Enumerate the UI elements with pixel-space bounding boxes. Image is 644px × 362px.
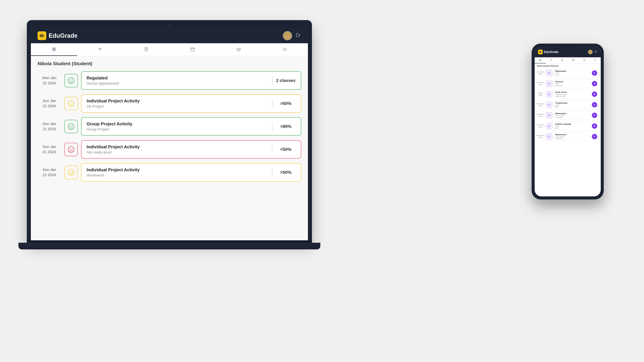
activity-icon-3 bbox=[64, 120, 78, 133]
app-logo: EduGrade bbox=[38, 31, 78, 40]
phone-divider-1 bbox=[590, 71, 591, 75]
phone-card-subtype-3: Semester work bbox=[555, 95, 589, 97]
phone-divider-2 bbox=[590, 81, 591, 86]
svg-rect-2 bbox=[43, 35, 44, 36]
phone-date-6: Sun Jan 21 2024 bbox=[536, 124, 545, 128]
card-value-3: >80% bbox=[276, 124, 296, 129]
activity-icon-2 bbox=[64, 97, 78, 110]
activity-date-1: Mon Jan22 2024 bbox=[38, 75, 61, 86]
phone-card-type-3: Individual Project bbox=[555, 94, 589, 95]
phone-card-subtype-7: Homework bbox=[555, 138, 589, 139]
tab-list[interactable] bbox=[262, 43, 308, 56]
svg-point-11 bbox=[68, 78, 74, 84]
phone-tab-list[interactable] bbox=[590, 57, 601, 63]
phone-card-5[interactable]: Mathematics Class Activity Homework C bbox=[554, 111, 599, 120]
svg-point-13 bbox=[72, 79, 72, 80]
svg-point-18 bbox=[70, 125, 70, 126]
phone-icon-7 bbox=[546, 134, 552, 140]
card-subtitle-3: Group Project bbox=[86, 127, 269, 132]
activity-icon-4 bbox=[64, 143, 78, 156]
phone-card-subtype-1: Event bbox=[555, 74, 589, 76]
phone-divider-4 bbox=[590, 102, 591, 107]
phone-card-subject-3: Study of Arts bbox=[555, 91, 589, 93]
card-subtitle-5: Homework bbox=[86, 173, 269, 177]
phone-card-subtype-2: Classwork bbox=[555, 85, 589, 86]
svg-point-23 bbox=[68, 169, 74, 175]
phone-tab-doc[interactable] bbox=[556, 57, 568, 63]
phone-card-6[interactable]: English Language Exam Math B bbox=[554, 121, 599, 130]
phone-tab-filter[interactable] bbox=[546, 57, 557, 63]
activity-card-4[interactable]: Individual Project Activity Not really g… bbox=[81, 140, 301, 159]
tab-activity[interactable] bbox=[31, 43, 77, 56]
phone-divider-6 bbox=[590, 124, 591, 128]
svg-point-34 bbox=[594, 60, 595, 61]
card-value-1: 2 classes bbox=[276, 78, 296, 83]
svg-point-5 bbox=[53, 48, 55, 50]
laptop-base bbox=[18, 243, 320, 249]
phone-row-7: Sun Jan 21 2024 Mathematics Class Activi… bbox=[536, 132, 599, 141]
activity-date-3: Sun Jan21 2024 bbox=[38, 121, 61, 132]
phone-card-2[interactable]: Sciences Other Classwork A bbox=[554, 79, 599, 88]
tab-graduation[interactable] bbox=[216, 43, 262, 56]
phone-card-4[interactable]: Programming Exam Math A bbox=[554, 100, 599, 109]
activity-card-1[interactable]: Regulated Doctor Appointment 2 classes bbox=[81, 71, 301, 90]
phone-card-3[interactable]: Study of Arts Individual Project Semeste… bbox=[554, 90, 599, 98]
phone-logout-icon[interactable] bbox=[594, 50, 598, 54]
card-title-5: Individual Project Activity bbox=[86, 167, 269, 172]
phone-date-4: Sun Jan 21 2024 bbox=[536, 103, 545, 107]
phone-device: EduGrade bbox=[532, 43, 604, 199]
phone-header-right bbox=[588, 50, 598, 54]
phone-icon-3 bbox=[546, 91, 552, 97]
activity-card-5[interactable]: Individual Project Activity Homework >50… bbox=[81, 163, 301, 182]
tab-document[interactable] bbox=[123, 43, 170, 56]
activity-card-3[interactable]: Group Project Activity Group Project >80… bbox=[81, 117, 301, 136]
svg-point-32 bbox=[594, 59, 595, 60]
card-subtitle-4: Not really good bbox=[86, 150, 269, 155]
phone-avatar[interactable] bbox=[588, 50, 593, 54]
svg-point-36 bbox=[548, 82, 550, 85]
card-divider-3 bbox=[272, 122, 272, 131]
tab-filter[interactable] bbox=[77, 43, 123, 56]
svg-point-4 bbox=[285, 36, 290, 39]
svg-point-12 bbox=[70, 79, 70, 80]
tab-calendar[interactable] bbox=[170, 43, 216, 56]
activity-card-2[interactable]: Individual Project Activity Ok Project >… bbox=[81, 94, 301, 113]
phone-divider-3 bbox=[590, 92, 591, 96]
app-name: EduGrade bbox=[49, 32, 78, 39]
svg-point-29 bbox=[540, 60, 540, 61]
header-avatar[interactable] bbox=[283, 31, 292, 40]
phone-card-subject-5: Mathematics bbox=[555, 112, 589, 115]
svg-point-14 bbox=[68, 100, 74, 107]
phone-card-1[interactable]: Mathematics Exam Event F bbox=[554, 68, 599, 77]
card-value-5: >50% bbox=[276, 170, 296, 175]
phone-row-5: Sun Jan 21 2024 Mathematics Class Activi… bbox=[536, 111, 599, 120]
phone-divider-7 bbox=[590, 134, 591, 139]
laptop-outer: EduGrade bbox=[27, 20, 312, 240]
phone-tab-grad[interactable] bbox=[579, 57, 590, 63]
card-info-2: Individual Project Activity Ok Project bbox=[86, 98, 269, 109]
card-value-4: <50% bbox=[276, 147, 296, 152]
phone-card-subtype-5: Homework bbox=[555, 117, 589, 118]
phone-tab-calendar[interactable] bbox=[568, 57, 579, 63]
card-divider-2 bbox=[272, 99, 272, 108]
activity-row-5: Sun Jan21 2024 Individual Projec bbox=[38, 163, 301, 182]
phone-divider-5 bbox=[590, 113, 591, 118]
phone-card-subtype-4: Math bbox=[555, 106, 589, 108]
phone-card-subject-4: Programming bbox=[555, 102, 589, 104]
svg-point-10 bbox=[283, 50, 284, 51]
phone-card-info-4: Programming Exam Math bbox=[555, 102, 589, 108]
card-info-3: Group Project Activity Group Project bbox=[86, 121, 269, 132]
svg-rect-28 bbox=[541, 52, 542, 52]
activity-icon-1 bbox=[64, 74, 78, 87]
phone-tab-activity[interactable] bbox=[535, 57, 546, 63]
laptop-screen: EduGrade bbox=[31, 28, 308, 240]
card-title-3: Group Project Activity bbox=[86, 121, 269, 126]
svg-rect-7 bbox=[191, 48, 194, 51]
phone-card-info-2: Sciences Other Classwork bbox=[555, 81, 589, 86]
phone-card-7[interactable]: Mathematics Class Activity Homework C bbox=[554, 132, 599, 141]
svg-point-25 bbox=[72, 171, 72, 172]
phone-card-subtype-6: Math bbox=[555, 127, 589, 129]
phone-icon-4 bbox=[546, 102, 552, 108]
laptop-device: EduGrade bbox=[27, 20, 320, 249]
logout-icon[interactable] bbox=[296, 32, 301, 39]
